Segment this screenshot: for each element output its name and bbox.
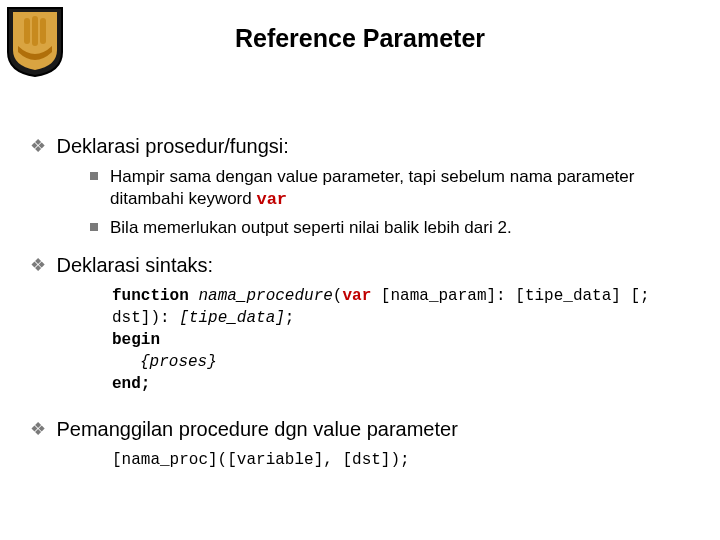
code-text: ; <box>285 309 295 327</box>
bullet-pemanggilan: ❖ Pemanggilan procedure dgn value parame… <box>30 417 696 441</box>
code-text: ( <box>333 287 343 305</box>
bullet-deklarasi-prosedur: ❖ Deklarasi prosedur/fungsi: <box>30 134 696 158</box>
bullet-text: Pemanggilan procedure dgn value paramete… <box>56 417 457 441</box>
syntax-code-block: function nama_procedure(var [nama_param]… <box>112 285 696 395</box>
code-keyword-begin: begin <box>112 329 696 351</box>
code-line: [nama_proc]([variable], [dst]); <box>112 449 696 471</box>
bullet-text: Deklarasi sintaks: <box>56 253 213 277</box>
code-line: function nama_procedure(var [nama_param]… <box>112 285 696 329</box>
square-bullet-icon <box>90 223 98 231</box>
slide: Reference Parameter ❖ Deklarasi prosedur… <box>0 0 720 540</box>
code-keyword-end: end; <box>112 373 696 395</box>
slide-content: ❖ Deklarasi prosedur/fungsi: Hampir sama… <box>30 120 696 471</box>
slide-title: Reference Parameter <box>0 24 720 53</box>
sub-bullet-text: Hampir sama dengan value parameter, tapi… <box>110 167 634 208</box>
sub-bullet: Bila memerlukan output seperti nilai bal… <box>90 217 696 239</box>
call-code-block: [nama_proc]([variable], [dst]); <box>112 449 696 471</box>
code-ident: [tipe_data] <box>179 309 285 327</box>
keyword-var: var <box>256 190 287 209</box>
sub-bullet-text: Bila memerlukan output seperti nilai bal… <box>110 218 512 237</box>
code-keyword-function: function <box>112 287 198 305</box>
diamond-bullet-icon: ❖ <box>30 417 52 441</box>
square-bullet-icon <box>90 172 98 180</box>
code-body: {proses} <box>112 351 696 373</box>
diamond-bullet-icon: ❖ <box>30 134 52 158</box>
code-keyword-var: var <box>342 287 371 305</box>
sub-bullet: Hampir sama dengan value parameter, tapi… <box>90 166 696 211</box>
bullet-deklarasi-sintaks: ❖ Deklarasi sintaks: <box>30 253 696 277</box>
bullet-text: Deklarasi prosedur/fungsi: <box>56 134 288 158</box>
diamond-bullet-icon: ❖ <box>30 253 52 277</box>
code-ident: nama_procedure <box>198 287 332 305</box>
